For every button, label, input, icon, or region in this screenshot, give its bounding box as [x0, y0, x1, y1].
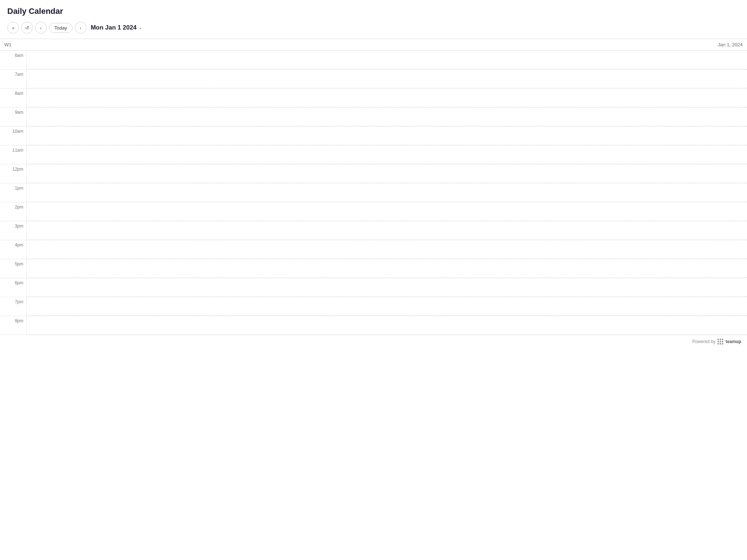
time-cell[interactable] [26, 221, 747, 240]
time-row[interactable]: 12pm [0, 164, 747, 183]
time-cell[interactable] [26, 127, 747, 145]
date-display-text: Mon Jan 1 2024 [91, 24, 137, 31]
time-row[interactable]: 8am [0, 89, 747, 108]
time-row[interactable]: 6pm [0, 278, 747, 297]
time-cell[interactable] [26, 316, 747, 335]
time-label: 8am [0, 89, 26, 107]
powered-by-text: Powered by [692, 339, 715, 344]
time-label: 5pm [0, 259, 26, 278]
time-row[interactable]: 7am [0, 70, 747, 89]
calendar-date-label: Jan 1, 2024 [718, 42, 743, 47]
time-label: 10am [0, 127, 26, 145]
time-label: 1pm [0, 183, 26, 202]
time-grid: 6am7am8am9am10am11am12pm1pm2pm3pm4pm5pm6… [0, 51, 747, 335]
time-label: 3pm [0, 221, 26, 240]
dot [717, 343, 719, 345]
time-label: 6pm [0, 278, 26, 297]
refresh-icon: ↺ [25, 25, 29, 31]
dot [717, 339, 719, 340]
time-cell[interactable] [26, 259, 747, 278]
refresh-button[interactable]: ↺ [21, 22, 33, 34]
time-row[interactable]: 8pm [0, 316, 747, 335]
dot [722, 339, 723, 340]
time-label: 9am [0, 108, 26, 126]
dot [720, 339, 721, 340]
time-row[interactable]: 4pm [0, 240, 747, 259]
time-label: 4pm [0, 240, 26, 259]
date-display[interactable]: Mon Jan 1 2024 ⌄ [91, 24, 143, 31]
double-chevron-icon: » [12, 25, 14, 31]
time-row[interactable]: 11am [0, 145, 747, 164]
time-label: 2pm [0, 202, 26, 221]
time-row[interactable]: 2pm [0, 202, 747, 221]
calendar-container: W1 Jan 1, 2024 6am7am8am9am10am11am12pm1… [0, 39, 747, 335]
time-row[interactable]: 10am [0, 127, 747, 145]
time-cell[interactable] [26, 108, 747, 126]
prev-icon: ‹ [40, 25, 42, 31]
teamup-brand-text: teamup [725, 339, 741, 344]
time-cell[interactable] [26, 145, 747, 164]
footer: Powered by teamup [0, 335, 747, 348]
prev-button[interactable]: ‹ [35, 22, 47, 34]
chevron-down-icon: ⌄ [139, 25, 142, 30]
time-cell[interactable] [26, 70, 747, 88]
time-cell[interactable] [26, 240, 747, 259]
next-icon: › [80, 25, 81, 31]
time-cell[interactable] [26, 51, 747, 69]
time-row[interactable]: 6am [0, 51, 747, 70]
time-label: 11am [0, 145, 26, 164]
time-row[interactable]: 5pm [0, 259, 747, 278]
toolbar: » ↺ ‹ Today › Mon Jan 1 2024 ⌄ [7, 20, 740, 35]
page-header: Daily Calendar » ↺ ‹ Today › Mon Jan 1 2… [0, 0, 747, 39]
time-row[interactable]: 9am [0, 108, 747, 127]
today-button[interactable]: Today [49, 23, 73, 33]
time-label: 7am [0, 70, 26, 88]
time-cell[interactable] [26, 183, 747, 202]
teamup-dots-icon [717, 339, 723, 345]
calendar-header-row: W1 Jan 1, 2024 [0, 39, 747, 51]
time-label: 8pm [0, 316, 26, 335]
time-label: 6am [0, 51, 26, 69]
time-row[interactable]: 3pm [0, 221, 747, 240]
dot [720, 341, 721, 342]
time-row[interactable]: 7pm [0, 297, 747, 316]
dot [720, 343, 721, 345]
time-cell[interactable] [26, 89, 747, 107]
double-chevron-button[interactable]: » [7, 22, 19, 34]
time-label: 7pm [0, 297, 26, 316]
week-label: W1 [4, 42, 12, 47]
time-row[interactable]: 1pm [0, 183, 747, 202]
time-cell[interactable] [26, 202, 747, 221]
dot [722, 341, 723, 342]
dot [722, 343, 723, 345]
dot [717, 341, 719, 342]
time-cell[interactable] [26, 164, 747, 183]
time-label: 12pm [0, 164, 26, 183]
next-button[interactable]: › [75, 22, 86, 34]
time-cell[interactable] [26, 297, 747, 316]
time-cell[interactable] [26, 278, 747, 297]
page-title: Daily Calendar [7, 7, 740, 16]
